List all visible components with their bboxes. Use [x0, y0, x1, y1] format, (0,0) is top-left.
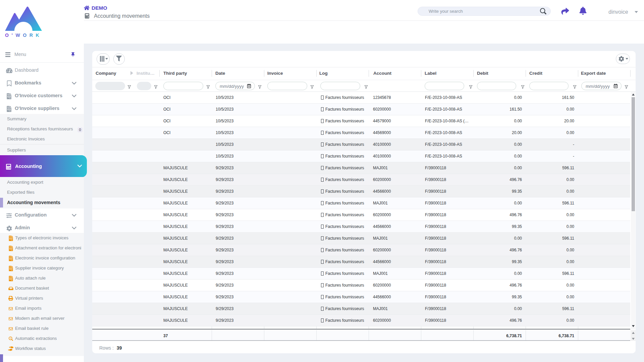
svg-text:O'WORK: O'WORK: [5, 33, 42, 38]
